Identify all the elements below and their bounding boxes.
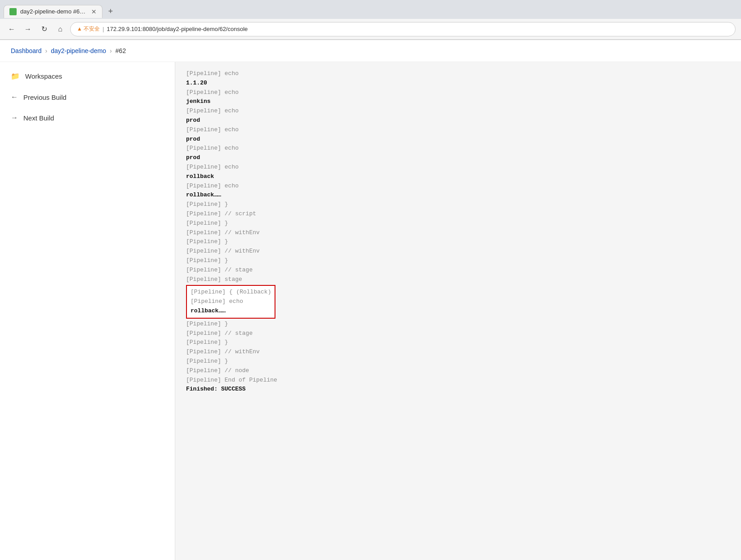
breadcrumb-current: #62: [115, 47, 126, 54]
console-area: [Pipeline] echo 1.1.20 [Pipeline] echo j…: [175, 62, 741, 560]
browser-chrome: day2-pipeline-demo #62 Cons… ✕ + ← → ↻ ⌂…: [0, 0, 741, 40]
breadcrumb-sep-2: ›: [110, 47, 112, 54]
sidebar-label-workspaces: Workspaces: [25, 72, 62, 80]
console-line: [Pipeline] // withEnv: [186, 228, 730, 238]
console-line-finished: Finished: SUCCESS: [186, 385, 730, 394]
forward-button[interactable]: →: [22, 23, 34, 36]
console-line: [Pipeline] // stage: [186, 266, 730, 275]
console-line: [Pipeline] }: [186, 219, 730, 228]
sidebar-item-previous-build[interactable]: ← Previous Build: [0, 87, 175, 107]
breadcrumb-dashboard[interactable]: Dashboard: [11, 47, 42, 54]
console-line: [Pipeline] }: [186, 357, 730, 366]
console-line: [Pipeline] // withEnv: [186, 247, 730, 256]
console-line: 1.1.20: [186, 79, 730, 88]
address-bar-row: ← → ↻ ⌂ ▲ 不安全 | 172.29.9.101:8080/job/da…: [0, 19, 741, 40]
back-button[interactable]: ←: [5, 23, 18, 36]
console-line: [Pipeline] }: [186, 320, 730, 329]
close-tab-icon[interactable]: ✕: [91, 8, 97, 15]
console-line: [Pipeline] { (Rollback): [191, 288, 271, 297]
console-line: [Pipeline] // withEnv: [186, 347, 730, 357]
breadcrumb: Dashboard › day2-pipeline-demo › #62: [0, 40, 741, 62]
new-tab-button[interactable]: +: [104, 5, 117, 18]
console-line: rollback……: [191, 307, 271, 316]
main-content: 📁 Workspaces ← Previous Build → Next Bui…: [0, 62, 741, 560]
arrow-right-icon: →: [11, 114, 18, 122]
console-line: [Pipeline] echo: [186, 107, 730, 116]
refresh-button[interactable]: ↻: [38, 23, 50, 36]
console-line: prod: [186, 153, 730, 163]
console-line: [Pipeline] echo: [186, 125, 730, 135]
console-line: [Pipeline] }: [186, 338, 730, 347]
security-icon: ▲ 不安全: [77, 25, 100, 33]
console-line: rollback……: [186, 191, 730, 200]
address-input[interactable]: ▲ 不安全 | 172.29.9.101:8080/job/day2-pipel…: [70, 22, 736, 36]
console-line: [Pipeline] // node: [186, 366, 730, 376]
console-line: prod: [186, 116, 730, 125]
console-line: [Pipeline] echo: [191, 297, 271, 307]
sidebar-label-previous-build: Previous Build: [23, 93, 67, 101]
console-line: [Pipeline] stage: [186, 275, 730, 284]
console-line: rollback: [186, 172, 730, 182]
console-line: [Pipeline] // script: [186, 209, 730, 219]
tab-title: day2-pipeline-demo #62 Cons…: [20, 8, 88, 15]
console-line: [Pipeline] echo: [186, 69, 730, 79]
address-separator: |: [102, 26, 104, 32]
folder-icon: 📁: [11, 72, 20, 80]
console-line: [Pipeline] echo: [186, 163, 730, 172]
console-line: [Pipeline] }: [186, 200, 730, 209]
address-text: 172.29.9.101:8080/job/day2-pipeline-demo…: [107, 26, 248, 32]
console-line: [Pipeline] }: [186, 237, 730, 247]
console-line: [Pipeline] }: [186, 256, 730, 266]
arrow-left-icon: ←: [11, 93, 18, 101]
console-line: [Pipeline] End of Pipeline: [186, 376, 730, 385]
console-line: [Pipeline] echo: [186, 88, 730, 98]
sidebar-item-workspaces[interactable]: 📁 Workspaces: [0, 66, 175, 87]
page-layout: Dashboard › day2-pipeline-demo › #62 📁 W…: [0, 40, 741, 560]
active-tab[interactable]: day2-pipeline-demo #62 Cons… ✕: [4, 5, 102, 18]
console-line: [Pipeline] echo: [186, 144, 730, 153]
console-output: [Pipeline] echo 1.1.20 [Pipeline] echo j…: [186, 69, 730, 394]
console-line: prod: [186, 135, 730, 144]
console-line: [Pipeline] echo: [186, 182, 730, 191]
console-line: jenkins: [186, 97, 730, 107]
sidebar-label-next-build: Next Build: [23, 114, 54, 122]
home-button[interactable]: ⌂: [54, 23, 67, 36]
tab-bar: day2-pipeline-demo #62 Cons… ✕ +: [0, 0, 741, 19]
sidebar: 📁 Workspaces ← Previous Build → Next Bui…: [0, 62, 175, 560]
highlighted-block: [Pipeline] { (Rollback) [Pipeline] echo …: [186, 285, 275, 318]
console-line: [Pipeline] // stage: [186, 329, 730, 338]
sidebar-item-next-build[interactable]: → Next Build: [0, 107, 175, 128]
breadcrumb-pipeline[interactable]: day2-pipeline-demo: [51, 47, 106, 54]
breadcrumb-sep-1: ›: [45, 47, 48, 54]
tab-favicon: [9, 8, 17, 15]
